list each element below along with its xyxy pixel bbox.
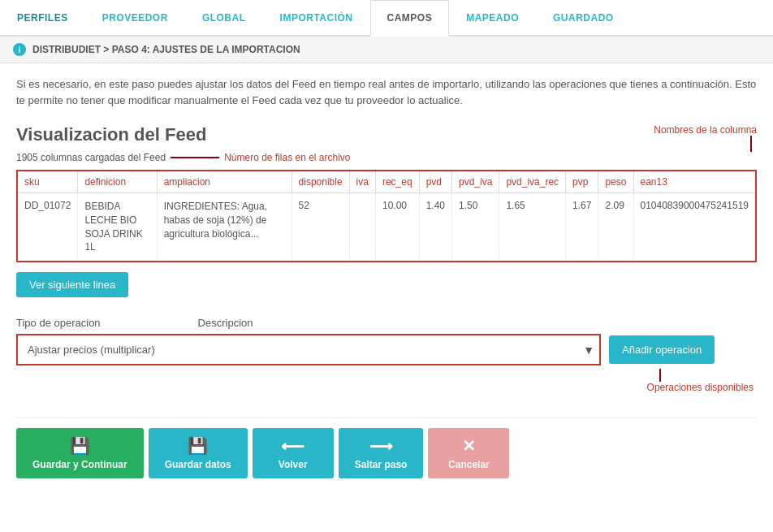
feed-table-wrapper: sku definicion ampliacion disponible iva…	[16, 170, 757, 262]
cell-ampliacion: INGREDIENTES: Agua, habas de soja (12%) …	[157, 193, 291, 262]
feed-title: Visualizacion del Feed	[16, 124, 206, 145]
col-peso: peso	[598, 171, 633, 193]
col-ean13: ean13	[633, 171, 755, 193]
cell-sku: DD_01072	[18, 193, 78, 262]
col-pvd: pvd	[419, 171, 451, 193]
guardar-continuar-button[interactable]: 💾 Guardar y Continuar	[16, 428, 144, 478]
description-text: Si es necesario, en este paso puedes aju…	[16, 76, 757, 108]
tab-perfiles[interactable]: PERFILES	[0, 0, 85, 35]
save-icon: 💾	[188, 436, 208, 456]
tab-guardado[interactable]: GUARDADO	[536, 0, 631, 35]
col-pvd_iva_rec: pvd_iva_rec	[499, 171, 566, 193]
table-header-row: sku definicion ampliacion disponible iva…	[18, 171, 755, 193]
cell-ean13: 01040839000475241519	[633, 193, 755, 262]
tab-bar: PERFILES PROVEEDOR GLOBAL IMPORTACIÓN CA…	[0, 0, 773, 37]
feed-table: sku definicion ampliacion disponible iva…	[18, 171, 755, 261]
cell-definicion: BEBIDA LECHE BIO SOJA DRINK 1L	[78, 193, 157, 262]
col-rec_eq: rec_eq	[375, 171, 419, 193]
cell-disponible: 52	[291, 193, 349, 262]
col-iva: iva	[349, 171, 375, 193]
tab-proveedor[interactable]: PROVEEDOR	[85, 0, 185, 35]
operaciones-disponibles-label: Operaciones disponibles	[647, 382, 754, 393]
column-count-text: 1905 columnas cargadas del Feed	[16, 152, 166, 163]
cell-pvd_iva: 1.50	[452, 193, 499, 262]
volver-button[interactable]: ⟵ Volver	[253, 428, 334, 478]
nombres-columna-annotation: Nombres de la columna	[654, 124, 757, 152]
col-pvp: pvp	[566, 171, 598, 193]
breadcrumb-bar: i DISTRIBUDIET > PASO 4: AJUSTES DE LA I…	[0, 37, 773, 63]
cell-peso: 2.09	[598, 193, 633, 262]
guardar-datos-label: Guardar datos	[165, 459, 231, 470]
volver-label: Volver	[279, 459, 308, 470]
skip-icon: ⟶	[369, 436, 393, 456]
tab-campos[interactable]: CAMPOS	[370, 0, 450, 37]
cell-pvp: 1.67	[566, 193, 598, 262]
col-ampliacion: ampliacion	[157, 171, 291, 193]
tab-global[interactable]: GLOBAL	[185, 0, 263, 35]
tab-mapeado[interactable]: MAPEADO	[449, 0, 536, 35]
descripcion-label: Descripcion	[198, 317, 253, 329]
cancel-icon: ✕	[462, 436, 476, 456]
saltar-paso-button[interactable]: ⟶ Saltar paso	[339, 428, 424, 478]
feed-section: Visualizacion del Feed Nombres de la col…	[16, 124, 757, 393]
breadcrumb-text: DISTRIBUDIET > PASO 4: AJUSTES DE LA IMP…	[32, 44, 300, 55]
col-pvd_iva: pvd_iva	[452, 171, 499, 193]
ver-siguiente-button[interactable]: Ver siguiente linea	[16, 272, 128, 297]
guardar-continuar-label: Guardar y Continuar	[32, 459, 127, 470]
col-sku: sku	[18, 171, 78, 193]
tipo-operacion-label: Tipo de operacion	[16, 317, 101, 329]
tab-importacion[interactable]: IMPORTACIÓN	[263, 0, 370, 35]
count-line-decorator	[171, 157, 219, 158]
cancelar-label: Cancelar	[448, 459, 490, 470]
anadir-operacion-button[interactable]: Añadir operacion	[609, 335, 715, 364]
main-content: Si es necesario, en este paso puedes aju…	[0, 63, 773, 501]
operations-labels: Tipo de operacion Descripcion	[16, 317, 757, 329]
col-disponible: disponible	[291, 171, 349, 193]
info-icon: i	[13, 43, 26, 56]
numero-filas-label: Número de filas en el archivo	[224, 152, 350, 163]
cell-pvd_iva_rec: 1.65	[499, 193, 566, 262]
table-row: DD_01072 BEBIDA LECHE BIO SOJA DRINK 1L …	[18, 193, 755, 262]
saltar-paso-label: Saltar paso	[355, 459, 408, 470]
nombres-columna-label: Nombres de la columna	[654, 124, 757, 136]
bottom-buttons: 💾 Guardar y Continuar 💾 Guardar datos ⟵ …	[16, 417, 757, 488]
operations-section: Tipo de operacion Descripcion Ajustar pr…	[16, 317, 757, 393]
operation-select[interactable]: Ajustar precios (multiplicar) Ajustar pr…	[16, 334, 601, 365]
operation-select-wrapper: Ajustar precios (multiplicar) Ajustar pr…	[16, 334, 601, 365]
guardar-datos-button[interactable]: 💾 Guardar datos	[149, 428, 248, 478]
cell-iva	[349, 193, 375, 262]
cell-rec_eq: 10.00	[375, 193, 419, 262]
back-icon: ⟵	[281, 436, 304, 456]
operation-row: Ajustar precios (multiplicar) Ajustar pr…	[16, 334, 757, 365]
col-definicion: definicion	[78, 171, 157, 193]
cancelar-button[interactable]: ✕ Cancelar	[428, 428, 509, 478]
cell-pvd: 1.40	[419, 193, 451, 262]
save-continue-icon: 💾	[70, 436, 90, 456]
